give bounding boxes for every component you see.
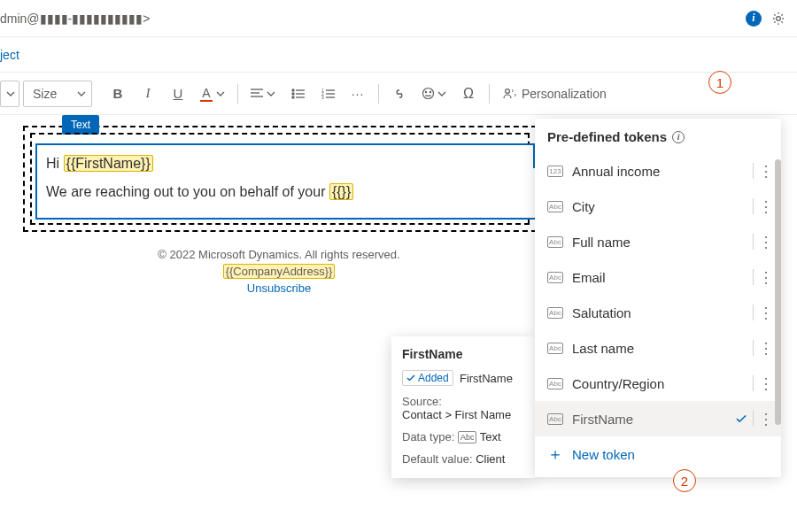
text-icon: Abc (547, 378, 563, 389)
svg-point-5 (292, 93, 294, 95)
more-icon[interactable]: ⋯ (764, 164, 770, 179)
gear-icon[interactable] (770, 11, 786, 27)
copyright-text: © 2022 Microsoft Dynamics. All rights re… (0, 248, 558, 261)
added-badge: Added (402, 370, 453, 386)
from-bar: dmin@▮▮▮▮-▮▮▮▮▮▮▮▮▮▮> i (0, 0, 797, 37)
separator (489, 84, 490, 104)
special-char-button[interactable]: Ω (455, 81, 482, 107)
font-color-button[interactable]: A (195, 81, 230, 107)
from-email: dmin@▮▮▮▮-▮▮▮▮▮▮▮▮▮▮> (0, 12, 150, 26)
token-panel-title: Pre-defined tokens i (535, 119, 781, 153)
tooltip-added-value: FirstName (460, 372, 513, 385)
tooltip-datatype-label: Data type: (402, 430, 454, 443)
more-icon[interactable]: ⋯ (764, 376, 770, 391)
editor-toolbar: Size B I U A 123 ··· Ω (0, 73, 797, 115)
font-family-dropdown[interactable] (0, 81, 19, 107)
text-icon: Abc (547, 343, 563, 354)
bold-button[interactable]: B (104, 81, 131, 107)
token-label: Full name (572, 235, 744, 250)
tooltip-default-label: Default value: (402, 452, 473, 466)
numbered-list-button[interactable]: 123 (314, 81, 341, 107)
token-label: Salutation (572, 305, 744, 320)
svg-text:3: 3 (321, 95, 324, 99)
tooltip-title: FirstName (402, 347, 524, 361)
svg-point-19 (506, 89, 510, 93)
italic-button[interactable]: I (135, 81, 161, 107)
token-item-annual-income[interactable]: 123 Annual income ⋯ (535, 153, 781, 189)
token-panel: Pre-defined tokens i 123 Annual income ⋯… (535, 119, 781, 477)
personalization-label: Personalization (522, 87, 607, 101)
abc-icon: Abc (458, 431, 477, 443)
token-item-salutation[interactable]: Abc Salutation ⋯ (535, 295, 781, 330)
subject-input[interactable]: ject (0, 48, 19, 62)
token-label: Country/Region (572, 376, 744, 391)
plus-icon: ＋ (547, 443, 563, 465)
more-icon[interactable]: ⋯ (764, 412, 770, 427)
svg-point-17 (425, 91, 426, 92)
token-item-country-region[interactable]: Abc Country/Region ⋯ (535, 366, 781, 401)
unsubscribe-link[interactable]: Unsubscribe (247, 281, 311, 295)
email-footer: © 2022 Microsoft Dynamics. All rights re… (0, 248, 558, 295)
scrollbar[interactable] (775, 159, 781, 478)
text-block[interactable]: Text Hi {{FirstName}} We are reaching ou… (23, 126, 537, 232)
tooltip-default-value: Client (476, 452, 505, 466)
token-label: FirstName (572, 412, 726, 427)
align-button[interactable] (245, 81, 281, 107)
text-icon: Abc (547, 272, 563, 283)
link-button[interactable] (386, 81, 413, 107)
info-outline-icon[interactable]: i (672, 131, 685, 143)
tooltip-datatype-value: Text (480, 430, 501, 443)
token-item-firstname[interactable]: Abc FirstName ⋯ (535, 401, 781, 436)
font-size-label: Size (33, 87, 57, 101)
text-editor[interactable]: Hi {{FirstName}} We are reaching out to … (35, 143, 535, 220)
separator (237, 84, 238, 104)
more-icon[interactable]: ⋯ (764, 270, 770, 285)
scrollbar-thumb[interactable] (775, 159, 781, 425)
check-icon (735, 412, 747, 425)
tooltip-source-value: Contact > First Name (402, 408, 511, 421)
new-token-label: New token (572, 447, 635, 462)
more-icon[interactable]: ⋯ (764, 305, 770, 320)
bullet-list-button[interactable] (284, 81, 311, 107)
svg-point-18 (429, 91, 430, 92)
personalization-button[interactable]: Personalization (497, 81, 612, 107)
font-size-dropdown[interactable]: Size (23, 81, 92, 107)
more-icon[interactable]: ⋯ (764, 199, 770, 214)
text-icon: Abc (547, 307, 563, 319)
underline-button[interactable]: U (165, 81, 191, 107)
editor-text: We are reaching out to you on behalf of … (46, 184, 329, 199)
svg-point-6 (292, 96, 294, 98)
token-item-last-name[interactable]: Abc Last name ⋯ (535, 330, 781, 366)
token-company-address[interactable]: {{CompanyAddress}} (223, 264, 336, 279)
email-body-area: Text Hi {{FirstName}} We are reaching ou… (0, 115, 797, 126)
token-label: Last name (572, 341, 744, 356)
subject-row[interactable]: ject (0, 37, 797, 73)
info-icon[interactable]: i (746, 11, 762, 27)
token-item-email[interactable]: Abc Email ⋯ (535, 259, 781, 295)
number-icon: 123 (547, 166, 563, 177)
svg-point-0 (777, 16, 781, 20)
editor-text: Hi (46, 156, 64, 171)
emoji-button[interactable] (416, 81, 452, 107)
token-label: Annual income (572, 164, 744, 179)
tooltip-source-label: Source: (402, 395, 442, 408)
token-label: City (572, 199, 744, 214)
more-formatting-button[interactable]: ··· (344, 81, 371, 107)
token-item-full-name[interactable]: Abc Full name ⋯ (535, 224, 781, 259)
svg-point-16 (423, 89, 434, 99)
svg-point-4 (292, 89, 294, 91)
block-type-chip: Text (62, 115, 99, 135)
separator (378, 84, 379, 104)
text-icon: Abc (547, 201, 563, 212)
token-tooltip: FirstName Added FirstName Source: Contac… (391, 336, 535, 478)
more-icon[interactable]: ⋯ (764, 235, 770, 250)
token-empty[interactable]: {{}} (329, 183, 353, 200)
new-token-button[interactable]: ＋ New token (535, 436, 781, 472)
text-icon: Abc (547, 236, 563, 248)
token-item-city[interactable]: Abc City ⋯ (535, 189, 781, 224)
token-firstname[interactable]: {{FirstName}} (64, 155, 153, 172)
more-icon[interactable]: ⋯ (764, 341, 770, 356)
token-label: Email (572, 270, 744, 285)
text-icon: Abc (547, 413, 563, 425)
